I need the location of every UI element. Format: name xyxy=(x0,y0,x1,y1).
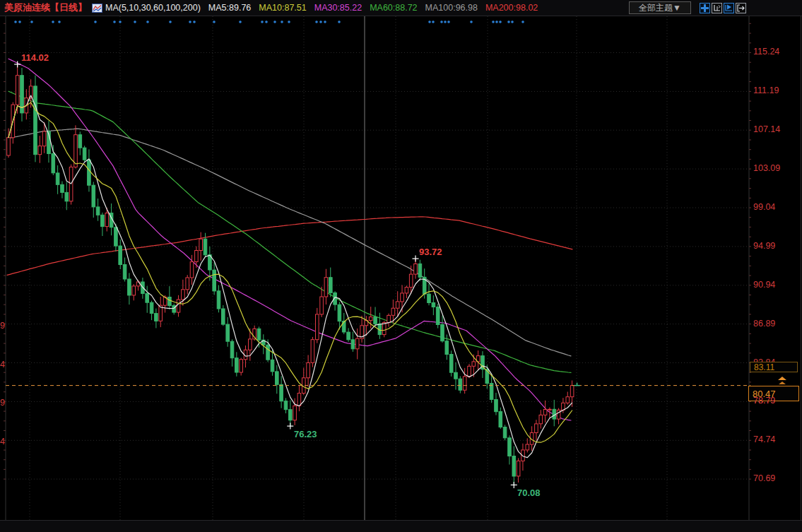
event-dot[interactable] xyxy=(319,20,322,23)
theme-dropdown[interactable]: 全部主题▼ xyxy=(629,1,691,14)
candle-body xyxy=(436,307,440,325)
event-dot[interactable] xyxy=(134,20,136,23)
candle-body xyxy=(38,146,42,155)
candle-body xyxy=(88,160,91,185)
event-dot[interactable] xyxy=(265,20,268,23)
chart-toolbar xyxy=(700,3,748,13)
candle-body xyxy=(329,278,333,293)
candle-body xyxy=(271,360,274,372)
candle-body xyxy=(128,279,131,295)
ma10-value: MA10:87.51 xyxy=(259,3,306,13)
indicator-statusbar xyxy=(0,520,802,532)
event-dot[interactable] xyxy=(30,20,33,23)
event-dot[interactable] xyxy=(146,20,149,23)
candle-body xyxy=(562,403,565,410)
candle-body xyxy=(441,325,444,341)
candle-body xyxy=(266,345,270,360)
event-dot[interactable] xyxy=(169,20,172,23)
event-dot[interactable] xyxy=(324,20,326,23)
candle-body xyxy=(316,314,319,340)
candle-body xyxy=(83,148,86,160)
event-dot[interactable] xyxy=(273,20,276,23)
axis-auto-icon[interactable] xyxy=(724,3,734,13)
event-dot[interactable] xyxy=(281,20,283,23)
event-dot[interactable] xyxy=(14,20,17,23)
candle-body xyxy=(56,173,59,184)
event-dot[interactable] xyxy=(113,20,116,23)
candle-body xyxy=(338,305,341,321)
event-dot[interactable] xyxy=(492,20,495,23)
candle-body xyxy=(16,76,19,105)
event-dot[interactable] xyxy=(495,20,498,23)
event-dot[interactable] xyxy=(119,20,122,23)
candle-body xyxy=(257,329,261,340)
candle-body xyxy=(230,341,234,358)
candle-body xyxy=(199,239,203,250)
candle-body xyxy=(101,215,105,226)
crosshair-move-icon[interactable] xyxy=(700,3,710,13)
candle-body xyxy=(92,185,95,207)
candle-body xyxy=(409,274,413,288)
event-dot[interactable] xyxy=(261,20,264,23)
candlestick-chart-canvas[interactable] xyxy=(0,0,802,532)
event-dot[interactable] xyxy=(193,20,196,23)
candle-body xyxy=(190,262,194,278)
candle-body xyxy=(123,265,126,280)
event-dot[interactable] xyxy=(440,20,443,23)
event-dot[interactable] xyxy=(338,20,341,23)
candle-body xyxy=(445,341,449,355)
candle-body xyxy=(508,438,512,456)
axis-scale-icon[interactable] xyxy=(712,3,722,13)
candle-body xyxy=(543,410,547,415)
candle-body xyxy=(297,394,301,406)
candle-body xyxy=(387,315,391,322)
candle-body xyxy=(213,270,216,291)
candle-body xyxy=(65,192,69,201)
candle-body xyxy=(168,297,172,306)
candle-body xyxy=(96,207,100,215)
event-dot[interactable] xyxy=(521,20,524,23)
candle-body xyxy=(355,338,359,349)
event-dot[interactable] xyxy=(507,20,510,23)
ma5-value: MA5:89.76 xyxy=(208,3,251,13)
event-dot[interactable] xyxy=(58,20,61,23)
ma200-value: MA200:98.02 xyxy=(485,3,538,13)
candle-body xyxy=(217,291,220,309)
event-dot[interactable] xyxy=(288,20,290,23)
candle-body xyxy=(351,340,355,349)
candle-body xyxy=(155,314,158,321)
event-dot[interactable] xyxy=(432,20,435,23)
candle-body xyxy=(405,288,408,293)
event-dot[interactable] xyxy=(189,20,191,23)
event-dot[interactable] xyxy=(444,20,447,23)
event-dot[interactable] xyxy=(18,20,21,23)
candle-body xyxy=(512,456,516,477)
event-dot[interactable] xyxy=(428,20,431,23)
candle-body xyxy=(235,358,239,372)
event-dot[interactable] xyxy=(52,20,54,23)
event-dot[interactable] xyxy=(239,20,242,23)
event-dot[interactable] xyxy=(94,20,97,23)
exit-right-icon[interactable] xyxy=(736,3,746,13)
candle-body xyxy=(42,131,46,146)
candle-body xyxy=(535,424,538,433)
event-dot[interactable] xyxy=(470,20,473,23)
candle-body xyxy=(374,317,377,324)
candle-body xyxy=(320,297,324,314)
candle-body xyxy=(557,410,560,419)
candle-body xyxy=(204,239,207,255)
candle-body xyxy=(449,355,453,373)
candle-body xyxy=(150,302,153,313)
candle-body xyxy=(289,410,293,420)
candle-body xyxy=(105,213,109,227)
candle-body xyxy=(414,264,418,274)
event-dot[interactable] xyxy=(213,20,216,23)
event-dot[interactable] xyxy=(499,20,502,23)
event-dot[interactable] xyxy=(511,20,514,23)
candle-body xyxy=(539,415,543,423)
candle-body xyxy=(7,138,11,155)
candle-body xyxy=(570,386,574,397)
candle-body xyxy=(369,317,372,321)
event-dot[interactable] xyxy=(447,20,450,23)
event-dot[interactable] xyxy=(315,20,318,23)
